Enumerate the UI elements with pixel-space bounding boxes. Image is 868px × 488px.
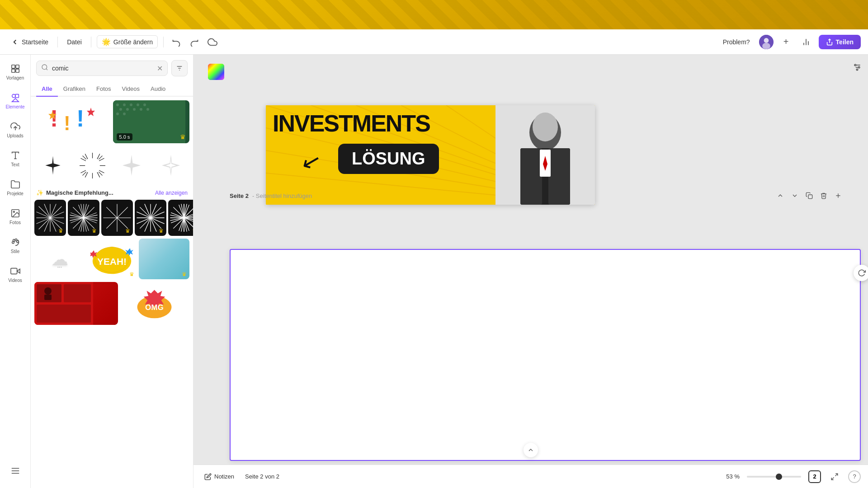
- sparkle-small-element[interactable]: [34, 145, 72, 186]
- tab-alle[interactable]: Alle: [36, 82, 58, 97]
- burst-crown-5: ♛: [192, 228, 193, 234]
- svg-point-43: [143, 103, 146, 106]
- svg-point-47: [140, 108, 142, 111]
- toolbar-right: Problem? + Teilen: [719, 35, 861, 49]
- sidebar-item-text[interactable]: Text: [3, 145, 28, 172]
- share-button[interactable]: Teilen: [819, 35, 861, 49]
- search-input[interactable]: [52, 65, 153, 72]
- home-button[interactable]: Startseite: [7, 36, 52, 48]
- projekte-label: Projekte: [7, 191, 24, 196]
- undo-button[interactable]: [169, 35, 184, 49]
- svg-point-128: [854, 64, 856, 66]
- sidebar-item-fotos[interactable]: Fotos: [3, 203, 28, 230]
- refresh-icon: [858, 269, 866, 277]
- burst-element-2[interactable]: ♛: [68, 200, 99, 236]
- zoom-slider-wrap: [747, 476, 801, 478]
- sidebar-item-videos[interactable]: Videos: [3, 261, 28, 288]
- tab-videos[interactable]: Videos: [117, 82, 146, 97]
- page-move-down-button[interactable]: [788, 189, 801, 202]
- comic-page-element[interactable]: [34, 282, 118, 325]
- help-button[interactable]: ?: [848, 470, 861, 483]
- notes-button[interactable]: Notizen: [201, 471, 238, 482]
- sidebar-item-vorlagen[interactable]: Vorlagen: [3, 58, 28, 85]
- page-2-canvas[interactable]: [230, 249, 861, 461]
- svg-line-151: [835, 474, 838, 476]
- redo-button[interactable]: [187, 35, 202, 49]
- page-2-title-area: Seite 2 - Seitentitel hinzufügen: [230, 192, 312, 199]
- page-indicator[interactable]: Seite 2 von 2: [245, 473, 279, 480]
- uploads-label: Uploads: [7, 133, 24, 138]
- canvas-filter-button[interactable]: [850, 60, 864, 75]
- video-duration-badge: 5.0 s: [117, 133, 133, 141]
- share-label: Teilen: [836, 38, 854, 46]
- sidebar-item-uploads[interactable]: Uploads: [3, 116, 28, 143]
- uploads-icon: [10, 122, 20, 131]
- filter-button[interactable]: [171, 60, 188, 76]
- tab-audio[interactable]: Audio: [145, 82, 171, 97]
- burst-element-4[interactable]: ♛: [135, 200, 166, 236]
- comic-video-element[interactable]: 5.0 s ♛: [113, 100, 190, 143]
- comic-stars-element[interactable]: ! ! !: [34, 100, 111, 143]
- page-number-badge[interactable]: 2: [808, 470, 821, 483]
- burst-element-1[interactable]: ♛: [34, 200, 66, 236]
- page-add-button[interactable]: [832, 189, 844, 202]
- zoom-thumb[interactable]: [776, 474, 782, 480]
- user-avatar[interactable]: [759, 35, 774, 49]
- svg-line-59: [85, 154, 88, 159]
- magic-title-text: Magische Empfehlung...: [46, 189, 113, 196]
- svg-line-55: [82, 155, 86, 159]
- sparkle-xlarge-element[interactable]: [152, 145, 189, 186]
- magic-show-all-link[interactable]: Alle anzeigen: [155, 190, 188, 196]
- premium-badge: ♛: [180, 133, 186, 141]
- projekte-icon: [10, 179, 20, 189]
- sparkle-large-element[interactable]: [113, 145, 151, 186]
- analytics-button[interactable]: [799, 35, 813, 49]
- tab-grafiken[interactable]: Grafiken: [58, 82, 91, 97]
- sliders-icon: [853, 63, 862, 72]
- svg-point-45: [126, 108, 129, 111]
- page-duplicate-button[interactable]: [803, 189, 816, 202]
- search-bar: ✕: [31, 55, 193, 82]
- chevron-left-icon: [11, 38, 19, 46]
- sparkle-burst-element[interactable]: ♛ ♛: [74, 145, 111, 186]
- page-2-subtitle[interactable]: - Seitentitel hinzufügen: [252, 192, 312, 199]
- page-delete-button[interactable]: [817, 189, 830, 202]
- page-move-up-button[interactable]: [774, 189, 787, 202]
- person-silhouette: [495, 105, 595, 205]
- clear-search-button[interactable]: ✕: [157, 64, 163, 73]
- cloud-dots: ●●●: [57, 266, 62, 268]
- sidebar-item-projekte[interactable]: Projekte: [3, 174, 28, 201]
- fullscreen-button[interactable]: [828, 470, 841, 483]
- top-decorative-bar: [0, 0, 868, 29]
- svg-rect-143: [520, 148, 542, 205]
- gradient-element[interactable]: ♛: [139, 239, 189, 279]
- tab-fotos[interactable]: Fotos: [91, 82, 117, 97]
- resize-button[interactable]: 🌟 Größe ändern: [97, 35, 158, 48]
- sidebar-item-more[interactable]: [3, 457, 28, 484]
- yeah-element[interactable]: YEAH! ♛: [87, 239, 137, 279]
- scroll-up-indicator[interactable]: [524, 443, 538, 457]
- size-label: Größe ändern: [113, 38, 153, 46]
- elements-panel: ✕ Alle Grafiken Fotos Videos Audio: [31, 55, 193, 488]
- videos-icon: [10, 266, 20, 276]
- zoom-slider[interactable]: [747, 476, 801, 478]
- svg-point-18: [13, 211, 14, 212]
- cloud-icon: [208, 37, 217, 47]
- file-menu-button[interactable]: Datei: [63, 37, 85, 47]
- refresh-button[interactable]: [854, 265, 868, 281]
- sidebar-item-elemente[interactable]: Elemente: [3, 87, 28, 114]
- burst-element-5[interactable]: ♛: [168, 200, 193, 236]
- svg-point-11: [12, 94, 15, 97]
- home-label: Startseite: [22, 38, 48, 46]
- cloud-element[interactable]: ☁ ●●●: [34, 239, 85, 279]
- zoom-percentage[interactable]: 53 %: [726, 473, 740, 480]
- omg-element[interactable]: OMG: [120, 282, 189, 325]
- color-swatch-button[interactable]: [208, 64, 224, 80]
- add-button[interactable]: +: [779, 35, 793, 49]
- sidebar-item-stile[interactable]: Stile: [3, 232, 28, 259]
- burst-element-3[interactable]: ♛: [101, 200, 133, 236]
- photo-row: OMG: [34, 282, 189, 325]
- cloud-save-button[interactable]: [205, 35, 220, 49]
- problem-button[interactable]: Problem?: [719, 37, 754, 47]
- divider-1: [57, 37, 58, 47]
